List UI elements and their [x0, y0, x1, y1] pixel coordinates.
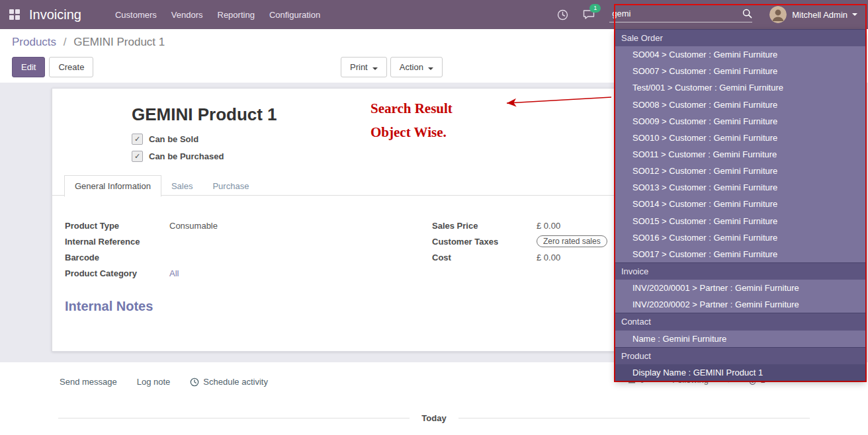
- internal-notes-heading: Internal Notes: [65, 299, 153, 314]
- field-label: Product Category: [65, 268, 169, 278]
- fields-left: Product TypeConsumableInternal Reference…: [65, 219, 349, 282]
- tab-general-information[interactable]: General Information: [64, 175, 161, 197]
- checkbox-can-be-sold[interactable]: ✓Can be Sold: [132, 134, 224, 145]
- field-value: £ 0.00: [537, 221, 560, 231]
- field-label: Customer Taxes: [432, 237, 537, 247]
- dropdown-item[interactable]: SO014 > Customer : Gemini Furniture: [615, 196, 865, 212]
- field-label: Internal Reference: [65, 237, 169, 247]
- tax-tag: Zero rated sales: [537, 235, 607, 247]
- search-result-overlay: Sale OrderSO004 > Customer : Gemini Furn…: [614, 4, 867, 382]
- activity-clock-icon[interactable]: [557, 9, 568, 20]
- checkbox-can-be-purchased[interactable]: ✓Can be Purchased: [132, 151, 224, 162]
- breadcrumb-separator: /: [64, 36, 67, 48]
- breadcrumb-products-link[interactable]: Products: [12, 36, 56, 48]
- breadcrumb-current: GEMINI Product 1: [73, 36, 165, 48]
- dropdown-item[interactable]: SO012 > Customer : Gemini Furniture: [615, 163, 865, 179]
- tab-purchase[interactable]: Purchase: [202, 176, 259, 196]
- checkbox-area: ✓Can be Sold✓Can be Purchased: [132, 134, 224, 168]
- field-label: Sales Price: [432, 221, 537, 231]
- dropdown-section-product: Product: [615, 347, 865, 364]
- dropdown-item[interactable]: Test/001 > Customer : Gemini Furniture: [615, 79, 865, 96]
- field-internal-reference: Internal Reference: [65, 235, 349, 248]
- dropdown-section-sale-order: Sale Order: [615, 29, 865, 46]
- annotation-arrow: [498, 93, 615, 110]
- dropdown-item[interactable]: Name : Gemini Furniture: [615, 331, 865, 347]
- dropdown-item[interactable]: Display Name : GEMINI Product 1: [615, 364, 865, 381]
- dropdown-item[interactable]: SO010 > Customer : Gemini Furniture: [615, 130, 865, 146]
- date-divider: Today: [0, 413, 868, 423]
- field-label: Product Type: [65, 221, 169, 231]
- field-value: £ 0.00: [537, 253, 560, 262]
- chevron-down-icon: [428, 67, 433, 70]
- field-label: Barcode: [65, 253, 169, 262]
- log-note-button[interactable]: Log note: [137, 377, 171, 387]
- edit-button[interactable]: Edit: [12, 57, 45, 77]
- record-buttons: Edit Create: [12, 57, 93, 77]
- field-value[interactable]: All: [169, 268, 179, 278]
- nav-menu-vendors[interactable]: Vendors: [164, 6, 210, 24]
- action-buttons: Print Action: [341, 57, 443, 77]
- tab-sales[interactable]: Sales: [161, 176, 203, 196]
- dropdown-item[interactable]: SO015 > Customer : Gemini Furniture: [615, 213, 865, 229]
- field-product-category: Product CategoryAll: [65, 266, 349, 280]
- app-title[interactable]: Invoicing: [29, 7, 81, 22]
- dropdown-item[interactable]: SO004 > Customer : Gemini Furniture: [615, 46, 865, 63]
- action-dropdown-button[interactable]: Action: [390, 57, 443, 77]
- clock-icon: [190, 377, 199, 387]
- field-value: Consumable: [169, 221, 218, 231]
- messages-icon[interactable]: 1: [583, 9, 595, 20]
- field-barcode: Barcode: [65, 251, 349, 264]
- dropdown-section-contact: Contact: [615, 313, 865, 330]
- dropdown-item[interactable]: INV/2020/0001 > Partner : Gemini Furnitu…: [615, 280, 865, 296]
- breadcrumb: Products / GEMINI Product 1: [12, 36, 165, 49]
- checkbox-label: Can be Sold: [149, 134, 198, 144]
- divider-label: Today: [421, 413, 446, 423]
- nav-menu-reporting[interactable]: Reporting: [210, 6, 262, 24]
- dropdown-item[interactable]: SO009 > Customer : Gemini Furniture: [615, 113, 865, 130]
- dropdown-item[interactable]: SO017 > Customer : Gemini Furniture: [615, 246, 865, 262]
- field-product-type: Product TypeConsumable: [65, 219, 349, 232]
- dropdown-item[interactable]: SO011 > Customer : Gemini Furniture: [615, 146, 865, 163]
- app-menu: CustomersVendorsReportingConfiguration: [108, 6, 327, 24]
- dropdown-item[interactable]: INV/2020/0002 > Partner : Gemini Furnitu…: [615, 296, 865, 313]
- schedule-activity-button[interactable]: Schedule activity: [190, 377, 268, 387]
- divider-line: [58, 418, 410, 418]
- nav-menu-customers[interactable]: Customers: [108, 6, 164, 24]
- message-count-badge: 1: [589, 4, 601, 13]
- apps-grid-icon[interactable]: [9, 9, 20, 20]
- checkbox-icon[interactable]: ✓: [132, 134, 143, 145]
- search-dropdown: Sale OrderSO004 > Customer : Gemini Furn…: [615, 29, 865, 381]
- checkbox-icon[interactable]: ✓: [132, 151, 143, 162]
- dropdown-section-invoice: Invoice: [615, 262, 865, 280]
- dropdown-item[interactable]: SO007 > Customer : Gemini Furniture: [615, 63, 865, 79]
- dropdown-item[interactable]: SO016 > Customer : Gemini Furniture: [615, 229, 865, 246]
- chevron-down-icon: [372, 67, 378, 70]
- dropdown-item[interactable]: SO013 > Customer : Gemini Furniture: [615, 179, 865, 196]
- print-dropdown-button[interactable]: Print: [341, 57, 387, 77]
- create-button[interactable]: Create: [49, 57, 93, 77]
- divider-line: [458, 418, 810, 418]
- checkbox-label: Can be Purchased: [149, 151, 224, 161]
- chatter-links: Send message Log note Schedule activity: [60, 377, 268, 387]
- send-message-button[interactable]: Send message: [60, 377, 117, 387]
- nav-menu-configuration[interactable]: Configuration: [262, 6, 327, 24]
- field-label: Cost: [432, 253, 537, 262]
- product-title: GEMINI Product 1: [132, 104, 277, 125]
- annotation-text: Search Result Object Wise.: [370, 97, 453, 144]
- dropdown-item[interactable]: SO008 > Customer : Gemini Furniture: [615, 97, 865, 113]
